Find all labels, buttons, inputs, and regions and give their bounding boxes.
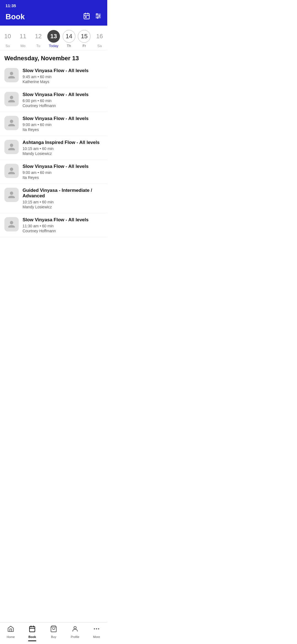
svg-point-10 bbox=[97, 17, 98, 18]
class-name-6: Slow Vinyasa Flow - All levels bbox=[23, 217, 103, 223]
class-item-0[interactable]: Slow Vinyasa Flow - All levels 9:45 am •… bbox=[0, 64, 107, 88]
class-time-1: 6:00 pm • 60 min bbox=[23, 99, 103, 103]
class-name-4: Slow Vinyasa Flow - All levels bbox=[23, 164, 103, 169]
day-10[interactable]: 10 Su bbox=[1, 30, 15, 48]
day-number-11: 11 bbox=[17, 30, 29, 43]
status-bar: 11:35 bbox=[0, 0, 107, 10]
class-instructor-5: Mandy Losiewicz bbox=[23, 205, 103, 209]
class-item-6[interactable]: Slow Vinyasa Flow - All levels 11:30 am … bbox=[0, 213, 107, 237]
class-info-3: Ashtanga Inspired Flow - All levels 10:1… bbox=[23, 140, 103, 156]
day-label-10: Su bbox=[6, 44, 10, 48]
svg-rect-0 bbox=[84, 13, 89, 19]
class-avatar-1 bbox=[4, 92, 19, 106]
class-instructor-6: Courtney Hoffmann bbox=[23, 229, 103, 233]
class-item-2[interactable]: Slow Vinyasa Flow - All levels 9:00 am •… bbox=[0, 112, 107, 136]
day-14[interactable]: 14 Th bbox=[62, 30, 76, 48]
calendar-strip: 10 Su 11 Mo 12 Tu 13 Today 14 Th 15 Fr 1… bbox=[0, 26, 107, 50]
class-instructor-4: Ita Reyes bbox=[23, 175, 103, 180]
class-name-2: Slow Vinyasa Flow - All levels bbox=[23, 116, 103, 121]
svg-point-8 bbox=[97, 13, 98, 15]
day-13[interactable]: 13 Today bbox=[46, 30, 61, 48]
day-label-11: Mo bbox=[21, 44, 26, 48]
class-name-1: Slow Vinyasa Flow - All levels bbox=[23, 92, 103, 97]
class-time-5: 10:15 am • 60 min bbox=[23, 200, 103, 204]
class-name-0: Slow Vinyasa Flow - All levels bbox=[23, 68, 103, 73]
day-16[interactable]: 16 Sa bbox=[92, 30, 107, 48]
day-items: 10 Su 11 Mo 12 Tu 13 Today 14 Th 15 Fr 1… bbox=[0, 30, 107, 48]
class-time-3: 10:15 am • 60 min bbox=[23, 146, 103, 151]
class-time-2: 9:00 am • 60 min bbox=[23, 122, 103, 127]
status-time: 11:35 bbox=[6, 3, 16, 8]
filter-icon[interactable] bbox=[95, 12, 102, 21]
calendar-icon[interactable] bbox=[83, 12, 90, 21]
class-name-5: Guided Vinyasa - Intermediate / Advanced bbox=[23, 188, 103, 199]
day-11[interactable]: 11 Mo bbox=[16, 30, 30, 48]
class-avatar-4 bbox=[4, 164, 19, 178]
date-heading: Wednesday, November 13 bbox=[0, 50, 107, 64]
class-time-4: 9:00 am • 60 min bbox=[23, 170, 103, 175]
day-label-12: Tu bbox=[36, 44, 40, 48]
day-number-13: 13 bbox=[47, 30, 60, 43]
class-avatar-0 bbox=[4, 68, 19, 82]
class-info-5: Guided Vinyasa - Intermediate / Advanced… bbox=[23, 188, 103, 209]
day-number-12: 12 bbox=[32, 30, 45, 43]
day-label-14: Th bbox=[67, 44, 71, 48]
class-instructor-2: Ita Reyes bbox=[23, 127, 103, 132]
class-info-4: Slow Vinyasa Flow - All levels 9:00 am •… bbox=[23, 164, 103, 180]
class-info-0: Slow Vinyasa Flow - All levels 9:45 am •… bbox=[23, 68, 103, 84]
day-label-13: Today bbox=[49, 44, 59, 48]
day-number-14: 14 bbox=[63, 30, 75, 43]
class-avatar-3 bbox=[4, 140, 19, 154]
day-number-10: 10 bbox=[1, 30, 14, 43]
day-number-15: 15 bbox=[78, 30, 90, 43]
class-instructor-1: Courtney Hoffmann bbox=[23, 103, 103, 108]
class-info-1: Slow Vinyasa Flow - All levels 6:00 pm •… bbox=[23, 92, 103, 108]
class-info-6: Slow Vinyasa Flow - All levels 11:30 am … bbox=[23, 217, 103, 233]
class-info-2: Slow Vinyasa Flow - All levels 9:00 am •… bbox=[23, 116, 103, 132]
day-label-16: Sa bbox=[97, 44, 102, 48]
day-12[interactable]: 12 Tu bbox=[31, 30, 45, 48]
svg-point-9 bbox=[99, 15, 100, 17]
class-item-4[interactable]: Slow Vinyasa Flow - All levels 9:00 am •… bbox=[0, 160, 107, 184]
app-header: Book bbox=[0, 10, 107, 26]
day-number-16: 16 bbox=[93, 30, 106, 43]
header-icons bbox=[83, 12, 102, 21]
class-avatar-6 bbox=[4, 217, 19, 231]
svg-rect-4 bbox=[86, 17, 86, 17]
class-avatar-2 bbox=[4, 116, 19, 130]
day-15[interactable]: 15 Fr bbox=[77, 30, 91, 48]
class-item-1[interactable]: Slow Vinyasa Flow - All levels 6:00 pm •… bbox=[0, 88, 107, 112]
class-name-3: Ashtanga Inspired Flow - All levels bbox=[23, 140, 103, 145]
class-item-5[interactable]: Guided Vinyasa - Intermediate / Advanced… bbox=[0, 184, 107, 213]
class-instructor-0: Katherine Mays bbox=[23, 80, 103, 84]
class-time-6: 11:30 am • 60 min bbox=[23, 224, 103, 228]
class-instructor-3: Mandy Losiewicz bbox=[23, 151, 103, 156]
header-title: Book bbox=[6, 12, 25, 21]
class-list: Slow Vinyasa Flow - All levels 9:45 am •… bbox=[0, 64, 107, 237]
class-item-3[interactable]: Ashtanga Inspired Flow - All levels 10:1… bbox=[0, 136, 107, 160]
day-label-15: Fr bbox=[82, 44, 86, 48]
class-avatar-5 bbox=[4, 188, 19, 202]
class-time-0: 9:45 am • 60 min bbox=[23, 75, 103, 79]
